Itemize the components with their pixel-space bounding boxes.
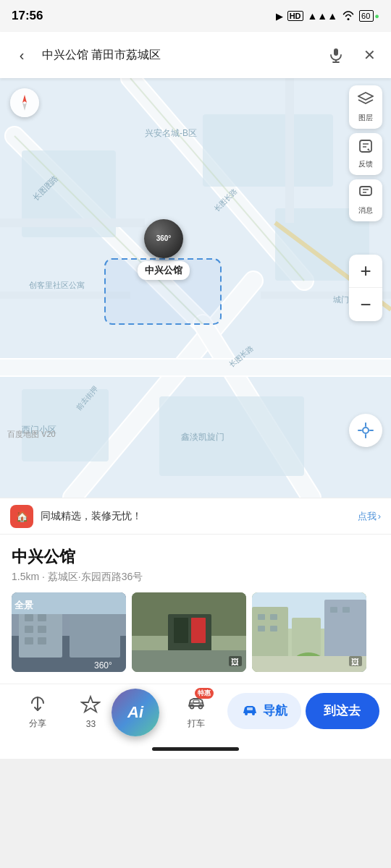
feedback-icon xyxy=(358,139,373,157)
mic-button[interactable] xyxy=(323,42,349,68)
share-label: 分享 xyxy=(29,718,46,730)
svg-point-82 xyxy=(199,705,203,709)
home-indicator xyxy=(152,747,239,751)
place-panel: 中兴公馆 1.5km · 荔城区·东园西路36号 全景 360° xyxy=(0,534,391,684)
svg-point-81 xyxy=(190,705,194,709)
taxi-icon: 特惠 xyxy=(185,692,208,715)
feedback-label: 反馈 xyxy=(358,159,373,169)
photo-thumb-3[interactable]: 🖼 xyxy=(252,592,366,672)
svg-text:360°: 360° xyxy=(94,660,112,671)
svg-marker-21 xyxy=(22,103,27,111)
photo-thumb-1[interactable]: 全景 360° xyxy=(12,592,126,672)
svg-rect-6 xyxy=(203,114,333,187)
svg-rect-40 xyxy=(25,626,33,633)
battery-icon: 60 ● xyxy=(359,10,379,22)
svg-rect-65 xyxy=(270,626,277,631)
svg-rect-51 xyxy=(191,618,206,643)
ad-text: 同城精选，装修无忧！ xyxy=(41,510,350,523)
signal-icon: ▲▲▲ xyxy=(308,10,338,22)
svg-rect-0 xyxy=(334,48,338,56)
map-controls-right: 图层 反馈 消息 xyxy=(349,85,382,221)
ad-cta[interactable]: 点我 › xyxy=(358,510,381,523)
svg-rect-64 xyxy=(258,626,265,631)
svg-text:🖼: 🖼 xyxy=(231,658,239,666)
svg-rect-39 xyxy=(38,614,46,621)
svg-text:创客里社区公寓: 创客里社区公寓 xyxy=(29,281,85,289)
taxi-action[interactable]: 特惠 打车 xyxy=(170,692,223,730)
message-label: 消息 xyxy=(358,205,373,216)
close-button[interactable]: ✕ xyxy=(356,42,382,68)
ai-button[interactable]: Ai xyxy=(112,689,159,736)
svg-rect-26 xyxy=(360,187,371,195)
svg-rect-37 xyxy=(70,614,120,658)
favorite-action[interactable]: 33 xyxy=(64,693,117,729)
svg-text:🖼: 🖼 xyxy=(351,658,359,666)
star-icon xyxy=(79,693,102,716)
svg-rect-23 xyxy=(360,140,371,152)
layers-button[interactable]: 图层 xyxy=(349,85,382,129)
svg-marker-22 xyxy=(358,93,373,100)
search-query[interactable]: 中兴公馆 莆田市荔城区 xyxy=(42,48,316,63)
status-icons: ▶ HD ▲▲▲ 60 ● xyxy=(276,10,379,22)
svg-rect-63 xyxy=(270,614,277,620)
zoom-in-button[interactable]: + xyxy=(349,255,382,288)
ad-cta-arrow: › xyxy=(378,511,381,522)
navigate-button[interactable]: 导航 xyxy=(227,693,301,729)
location-button[interactable] xyxy=(349,414,382,447)
svg-rect-42 xyxy=(25,637,33,644)
search-bar: ‹ 中兴公馆 莆田市荔城区 ✕ xyxy=(0,32,391,78)
baidu-logo: 百度地图 V20 xyxy=(7,429,56,440)
poi-label: 中兴公馆 xyxy=(138,261,190,280)
svg-rect-84 xyxy=(193,700,199,703)
poi-marker[interactable]: 360° 中兴公馆 xyxy=(138,219,190,280)
photo-thumb-2[interactable]: 🖼 xyxy=(132,592,246,672)
place-name: 中兴公馆 xyxy=(12,546,379,568)
status-time: 17:56 xyxy=(12,9,43,23)
message-button[interactable]: 消息 xyxy=(349,179,382,221)
svg-text:全景: 全景 xyxy=(14,600,34,610)
favorite-label: 33 xyxy=(86,719,96,729)
ad-banner[interactable]: 🏠 同城精选，装修无忧！ 点我 › xyxy=(0,498,391,534)
navigate-label: 导航 xyxy=(263,702,287,719)
svg-text:兴安名城-B区: 兴安名城-B区 xyxy=(145,128,197,138)
svg-rect-38 xyxy=(25,614,33,621)
ai-button-area: Ai xyxy=(112,687,159,738)
taxi-label: 打车 xyxy=(188,718,205,730)
poi-360-ball[interactable]: 360° xyxy=(144,219,183,258)
taxi-badge: 特惠 xyxy=(195,688,214,699)
back-button[interactable]: ‹ xyxy=(9,42,35,68)
svg-text:鑫淡凯旋门: 鑫淡凯旋门 xyxy=(181,432,224,442)
svg-rect-87 xyxy=(247,707,253,710)
svg-point-86 xyxy=(252,712,255,715)
photo-strip: 全景 360° 🖼 xyxy=(0,592,391,684)
svg-rect-41 xyxy=(38,626,46,633)
svg-point-85 xyxy=(245,712,248,715)
ad-icon: 🏠 xyxy=(10,505,33,528)
home-bar xyxy=(0,739,391,759)
status-bar: 17:56 ▶ HD ▲▲▲ 60 ● xyxy=(0,0,391,32)
svg-rect-43 xyxy=(38,637,46,644)
poi-360-text: 360° xyxy=(156,234,172,243)
map-area[interactable]: 长图图路 兴安名城-B区 创客里社区公寓 鑫淡凯旋门 西门小区 城门口 长图长路… xyxy=(0,78,391,498)
zoom-out-button[interactable]: − xyxy=(349,288,382,321)
svg-marker-74 xyxy=(82,697,99,712)
goto-label: 到这去 xyxy=(324,702,361,719)
feedback-button[interactable]: 反馈 xyxy=(349,133,382,175)
goto-button[interactable]: 到这去 xyxy=(306,693,379,729)
compass-button[interactable] xyxy=(10,88,39,117)
ai-label: Ai xyxy=(127,703,143,722)
place-address: 1.5km · 荔城区·东园西路36号 xyxy=(12,571,379,584)
bottom-actions: 分享 33 周边 特惠 打车 导航 到这去 xyxy=(0,684,391,739)
message-icon xyxy=(358,185,373,203)
layers-icon xyxy=(358,91,374,111)
svg-rect-67 xyxy=(342,607,350,613)
svg-marker-20 xyxy=(22,95,27,103)
layers-label: 图层 xyxy=(358,113,373,123)
car-nav-icon xyxy=(241,700,258,721)
share-icon xyxy=(26,692,49,715)
svg-rect-50 xyxy=(174,618,188,643)
share-action[interactable]: 分享 xyxy=(12,692,64,730)
svg-rect-62 xyxy=(258,614,265,620)
svg-point-29 xyxy=(363,427,369,433)
hd-badge: HD xyxy=(287,11,303,21)
